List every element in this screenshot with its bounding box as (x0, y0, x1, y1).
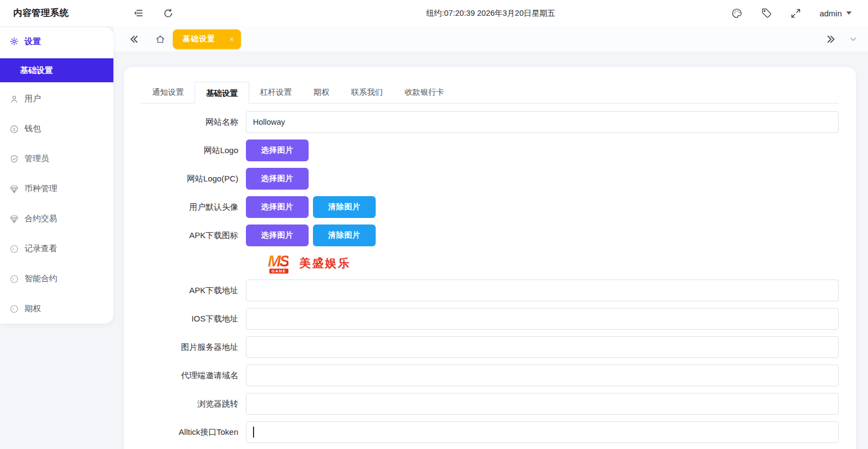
tags-bar: 基础设置 × (113, 26, 868, 52)
form-row: 网站名称 (141, 111, 839, 133)
apk-url-label: APK下载地址 (141, 280, 246, 301)
sidebar-item-options[interactable]: 期权 (0, 294, 113, 324)
sidebar-item-label: 期权 (25, 304, 41, 314)
clear-image-button[interactable]: 清除图片 (313, 225, 376, 246)
choose-image-button[interactable]: 选择图片 (246, 196, 309, 218)
collapse-menu-icon[interactable] (133, 8, 144, 19)
ios-url-label: IOS下载地址 (141, 308, 246, 330)
close-icon[interactable]: × (230, 35, 234, 43)
tab-notify-settings[interactable]: 通知设置 (141, 81, 195, 103)
sidebar-item-label: 设置 (25, 37, 41, 47)
sidebar-item-contract-trade[interactable]: 合约交易 (0, 204, 113, 234)
brand-name-text: 美盛娱乐 (299, 256, 351, 271)
clear-image-button[interactable]: 清除图片 (313, 196, 376, 218)
form-row: APK下载图标 选择图片 清除图片 (141, 225, 839, 246)
content-card: 通知设置 基础设置 杠杆设置 期权 联系我们 收款银行卡 网站名称 网站Logo… (124, 67, 856, 449)
tab-leverage-settings[interactable]: 杠杆设置 (249, 81, 303, 103)
choose-image-button[interactable]: 选择图片 (246, 139, 309, 161)
tag-icon[interactable] (761, 8, 772, 19)
sidebar-item-basic-settings[interactable]: 基础设置 (0, 58, 113, 82)
game-logo-box: GAME (269, 269, 288, 274)
tags-menu-chevron-down-icon[interactable] (848, 34, 858, 44)
gem-icon (9, 214, 19, 224)
app-logo-zone: 内容管理系统 (0, 7, 113, 19)
apk-icon-preview-image: MS GAME 美盛娱乐 (268, 253, 839, 274)
top-navbar: 内容管理系统 纽约:07:20:39 2026年3月20日星期五 (0, 0, 868, 26)
scroll-tags-right-icon[interactable] (825, 33, 837, 45)
sidebar-item-label: 用户 (25, 94, 41, 104)
choose-image-button[interactable]: 选择图片 (246, 225, 309, 246)
ms-logo-letters: MS (268, 252, 288, 270)
tag-label: 基础设置 (183, 34, 215, 44)
apk-url-input[interactable] (246, 280, 839, 301)
form-row: 浏览器跳转 (141, 393, 839, 415)
default-avatar-label: 用户默认头像 (141, 196, 246, 218)
gem-icon (9, 184, 19, 194)
tab-basic-settings[interactable]: 基础设置 (195, 82, 249, 104)
agent-invite-domain-input[interactable] (246, 365, 839, 386)
sidebar: 设置 基础设置 用户 $ 钱包 管理员 (0, 27, 113, 324)
app-title: 内容管理系统 (13, 8, 69, 17)
form-row: 图片服务器地址 (141, 336, 839, 358)
history-icon (9, 274, 19, 284)
history-icon (9, 304, 19, 314)
history-icon (9, 244, 19, 254)
agent-invite-domain-label: 代理端邀请域名 (141, 365, 246, 386)
svg-text:$: $ (13, 127, 16, 132)
form-row: 网站Logo 选择图片 (141, 139, 839, 161)
browser-redirect-input[interactable] (246, 393, 839, 415)
form-row: 代理端邀请域名 (141, 365, 839, 386)
sidebar-item-users[interactable]: 用户 (0, 84, 113, 114)
user-icon (9, 94, 19, 104)
site-name-input[interactable] (246, 111, 839, 133)
sidebar-item-admins[interactable]: 管理员 (0, 144, 113, 174)
tab-options[interactable]: 期权 (303, 81, 340, 103)
form-row: 用户默认头像 选择图片 清除图片 (141, 196, 839, 218)
choose-image-button[interactable]: 选择图片 (246, 168, 309, 190)
palette-icon[interactable] (731, 8, 743, 19)
sidebar-item-label: 管理员 (25, 154, 49, 164)
tab-bank-cards[interactable]: 收款银行卡 (394, 81, 455, 103)
image-server-input[interactable] (246, 336, 839, 358)
open-tag-basic-settings[interactable]: 基础设置 × (173, 29, 241, 49)
sidebar-item-wallet[interactable]: $ 钱包 (0, 114, 113, 144)
refresh-icon[interactable] (163, 8, 173, 19)
site-name-label: 网站名称 (141, 111, 246, 133)
main-area: 通知设置 基础设置 杠杆设置 期权 联系我们 收款银行卡 网站名称 网站Logo… (113, 52, 868, 449)
scroll-tags-left-icon[interactable] (128, 33, 140, 45)
image-server-label: 图片服务器地址 (141, 336, 246, 358)
shield-check-icon (9, 154, 19, 164)
basic-settings-form: 网站名称 网站Logo 选择图片 网站Logo(PC) 选择图片 用户默认头像 (141, 111, 839, 443)
form-row: MS GAME 美盛娱乐 (141, 253, 839, 274)
fullscreen-icon[interactable] (791, 8, 801, 19)
gear-icon (9, 37, 19, 46)
sidebar-item-label: 钱包 (25, 124, 41, 134)
sidebar-item-label: 记录查看 (25, 244, 57, 254)
ios-url-input[interactable] (246, 308, 839, 330)
form-row: Alltick接口Token (141, 421, 839, 443)
sidebar-item-currency[interactable]: 币种管理 (0, 174, 113, 204)
caret-down-icon (846, 11, 852, 15)
form-row: APK下载地址 (141, 280, 839, 301)
sidebar-item-smart-contract[interactable]: 智能合约 (0, 264, 113, 294)
wallet-dollar-icon: $ (9, 124, 19, 134)
sidebar-item-label: 币种管理 (25, 184, 57, 194)
user-menu[interactable]: admin (819, 9, 852, 18)
alltick-token-input[interactable] (246, 421, 839, 443)
sidebar-item-records[interactable]: 记录查看 (0, 234, 113, 264)
sidebar-item-label: 基础设置 (20, 65, 53, 76)
ms-game-logo: MS GAME (268, 253, 293, 274)
site-logo-label: 网站Logo (141, 139, 246, 161)
username: admin (819, 9, 842, 18)
apk-icon-label: APK下载图标 (141, 225, 246, 246)
sidebar-item-label: 智能合约 (25, 274, 57, 284)
site-logo-pc-label: 网站Logo(PC) (141, 168, 246, 190)
form-row: IOS下载地址 (141, 308, 839, 330)
text-cursor (253, 427, 254, 438)
home-icon[interactable] (155, 34, 166, 45)
browser-redirect-label: 浏览器跳转 (141, 393, 246, 415)
form-row: 网站Logo(PC) 选择图片 (141, 168, 839, 190)
sidebar-item-settings[interactable]: 设置 (0, 27, 113, 56)
sidebar-item-label: 合约交易 (25, 214, 57, 224)
tab-contact-us[interactable]: 联系我们 (340, 81, 394, 103)
